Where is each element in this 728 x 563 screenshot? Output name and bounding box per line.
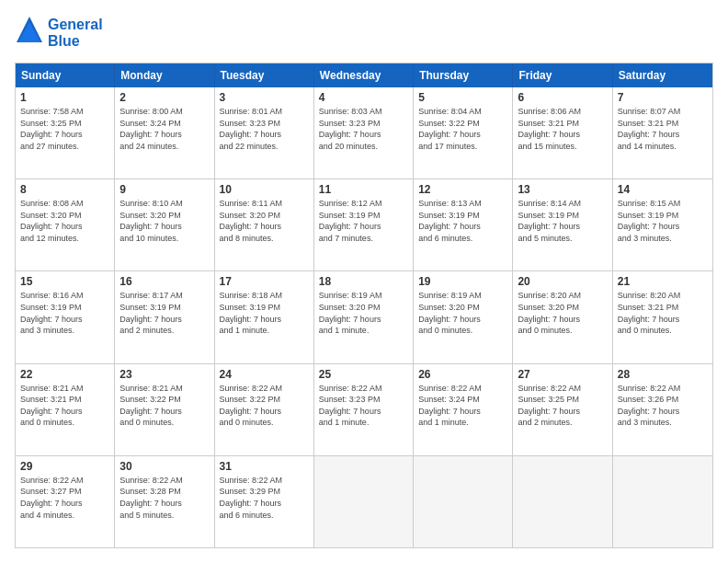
calendar-cell: 28Sunrise: 8:22 AM Sunset: 3:26 PM Dayli… <box>613 364 712 455</box>
calendar-row-3: 15Sunrise: 8:16 AM Sunset: 3:19 PM Dayli… <box>16 271 712 363</box>
header-saturday: Saturday <box>613 63 712 87</box>
cell-info: Sunrise: 8:17 AM Sunset: 3:19 PM Dayligh… <box>119 290 209 336</box>
cell-info: Sunrise: 8:22 AM Sunset: 3:22 PM Dayligh… <box>220 383 309 429</box>
calendar-row-4: 22Sunrise: 8:21 AM Sunset: 3:21 PM Dayli… <box>16 364 712 456</box>
cell-info: Sunrise: 8:22 AM Sunset: 3:25 PM Dayligh… <box>518 383 607 429</box>
calendar-cell: 13Sunrise: 8:14 AM Sunset: 3:19 PM Dayli… <box>513 179 612 270</box>
calendar-cell <box>414 456 513 547</box>
day-number: 7 <box>618 91 708 104</box>
calendar-cell: 4Sunrise: 8:03 AM Sunset: 3:23 PM Daylig… <box>314 87 414 178</box>
day-number: 4 <box>319 91 408 104</box>
calendar-cell: 26Sunrise: 8:22 AM Sunset: 3:24 PM Dayli… <box>414 364 513 455</box>
cell-info: Sunrise: 8:08 AM Sunset: 3:20 PM Dayligh… <box>20 198 109 244</box>
calendar-cell <box>513 456 612 547</box>
header-wednesday: Wednesday <box>314 63 414 87</box>
calendar-cell: 30Sunrise: 8:22 AM Sunset: 3:28 PM Dayli… <box>115 456 214 547</box>
header-monday: Monday <box>115 63 214 87</box>
header-thursday: Thursday <box>414 63 513 87</box>
logo-icon <box>15 15 44 52</box>
cell-info: Sunrise: 8:11 AM Sunset: 3:20 PM Dayligh… <box>220 198 309 244</box>
cell-info: Sunrise: 8:12 AM Sunset: 3:19 PM Dayligh… <box>319 198 408 244</box>
calendar-cell: 5Sunrise: 8:04 AM Sunset: 3:22 PM Daylig… <box>414 87 513 178</box>
calendar-cell: 17Sunrise: 8:18 AM Sunset: 3:19 PM Dayli… <box>215 271 314 362</box>
calendar: Sunday Monday Tuesday Wednesday Thursday… <box>15 63 713 548</box>
day-number: 1 <box>20 91 109 104</box>
calendar-cell <box>314 456 414 547</box>
calendar-cell: 16Sunrise: 8:17 AM Sunset: 3:19 PM Dayli… <box>115 271 214 362</box>
day-number: 8 <box>20 183 109 196</box>
cell-info: Sunrise: 8:19 AM Sunset: 3:20 PM Dayligh… <box>418 290 507 336</box>
calendar-row-2: 8Sunrise: 8:08 AM Sunset: 3:20 PM Daylig… <box>16 179 712 271</box>
day-number: 25 <box>319 368 408 381</box>
cell-info: Sunrise: 8:21 AM Sunset: 3:21 PM Dayligh… <box>20 383 109 429</box>
calendar-cell: 18Sunrise: 8:19 AM Sunset: 3:20 PM Dayli… <box>314 271 414 362</box>
cell-info: Sunrise: 8:00 AM Sunset: 3:24 PM Dayligh… <box>119 106 209 152</box>
calendar-cell: 19Sunrise: 8:19 AM Sunset: 3:20 PM Dayli… <box>414 271 513 362</box>
day-number: 30 <box>119 460 209 473</box>
day-number: 3 <box>220 91 309 104</box>
logo: General Blue <box>15 15 103 52</box>
calendar-cell: 15Sunrise: 8:16 AM Sunset: 3:19 PM Dayli… <box>16 271 115 362</box>
day-number: 2 <box>119 91 209 104</box>
calendar-cell: 24Sunrise: 8:22 AM Sunset: 3:22 PM Dayli… <box>215 364 314 455</box>
cell-info: Sunrise: 8:21 AM Sunset: 3:22 PM Dayligh… <box>119 383 209 429</box>
header: General Blue <box>15 15 713 52</box>
logo-text: General Blue <box>48 17 103 50</box>
calendar-cell: 14Sunrise: 8:15 AM Sunset: 3:19 PM Dayli… <box>613 179 712 270</box>
calendar-cell: 8Sunrise: 8:08 AM Sunset: 3:20 PM Daylig… <box>16 179 115 270</box>
calendar-row-5: 29Sunrise: 8:22 AM Sunset: 3:27 PM Dayli… <box>16 456 712 547</box>
day-number: 22 <box>20 368 109 381</box>
calendar-cell: 25Sunrise: 8:22 AM Sunset: 3:23 PM Dayli… <box>314 364 414 455</box>
calendar-cell: 9Sunrise: 8:10 AM Sunset: 3:20 PM Daylig… <box>115 179 214 270</box>
day-number: 19 <box>418 275 507 288</box>
cell-info: Sunrise: 8:22 AM Sunset: 3:28 PM Dayligh… <box>119 475 209 521</box>
day-number: 16 <box>119 275 209 288</box>
header-tuesday: Tuesday <box>215 63 314 87</box>
day-number: 11 <box>319 183 408 196</box>
cell-info: Sunrise: 8:06 AM Sunset: 3:21 PM Dayligh… <box>518 106 607 152</box>
cell-info: Sunrise: 8:03 AM Sunset: 3:23 PM Dayligh… <box>319 106 408 152</box>
cell-info: Sunrise: 8:15 AM Sunset: 3:19 PM Dayligh… <box>618 198 708 244</box>
header-friday: Friday <box>513 63 612 87</box>
calendar-cell: 27Sunrise: 8:22 AM Sunset: 3:25 PM Dayli… <box>513 364 612 455</box>
day-number: 28 <box>618 368 708 381</box>
calendar-cell: 22Sunrise: 8:21 AM Sunset: 3:21 PM Dayli… <box>16 364 115 455</box>
day-number: 10 <box>220 183 309 196</box>
cell-info: Sunrise: 7:58 AM Sunset: 3:25 PM Dayligh… <box>20 106 109 152</box>
day-number: 29 <box>20 460 109 473</box>
logo-line2: Blue <box>48 33 103 50</box>
cell-info: Sunrise: 8:19 AM Sunset: 3:20 PM Dayligh… <box>319 290 408 336</box>
page: General Blue Sunday Monday Tuesday Wedne… <box>0 0 728 563</box>
calendar-cell: 31Sunrise: 8:22 AM Sunset: 3:29 PM Dayli… <box>215 456 314 547</box>
day-number: 15 <box>20 275 109 288</box>
calendar-row-1: 1Sunrise: 7:58 AM Sunset: 3:25 PM Daylig… <box>16 87 712 179</box>
header-sunday: Sunday <box>16 63 115 87</box>
calendar-cell: 3Sunrise: 8:01 AM Sunset: 3:23 PM Daylig… <box>215 87 314 178</box>
day-number: 26 <box>418 368 507 381</box>
cell-info: Sunrise: 8:20 AM Sunset: 3:21 PM Dayligh… <box>618 290 708 336</box>
day-number: 17 <box>220 275 309 288</box>
day-number: 14 <box>618 183 708 196</box>
day-number: 20 <box>518 275 607 288</box>
calendar-cell: 2Sunrise: 8:00 AM Sunset: 3:24 PM Daylig… <box>115 87 214 178</box>
calendar-cell: 21Sunrise: 8:20 AM Sunset: 3:21 PM Dayli… <box>613 271 712 362</box>
calendar-cell: 1Sunrise: 7:58 AM Sunset: 3:25 PM Daylig… <box>16 87 115 178</box>
calendar-cell: 6Sunrise: 8:06 AM Sunset: 3:21 PM Daylig… <box>513 87 612 178</box>
cell-info: Sunrise: 8:22 AM Sunset: 3:27 PM Dayligh… <box>20 475 109 521</box>
cell-info: Sunrise: 8:20 AM Sunset: 3:20 PM Dayligh… <box>518 290 607 336</box>
cell-info: Sunrise: 8:18 AM Sunset: 3:19 PM Dayligh… <box>220 290 309 336</box>
calendar-body: 1Sunrise: 7:58 AM Sunset: 3:25 PM Daylig… <box>16 87 712 547</box>
cell-info: Sunrise: 8:10 AM Sunset: 3:20 PM Dayligh… <box>119 198 209 244</box>
day-number: 24 <box>220 368 309 381</box>
day-number: 9 <box>119 183 209 196</box>
calendar-cell <box>613 456 712 547</box>
calendar-header: Sunday Monday Tuesday Wednesday Thursday… <box>16 63 712 87</box>
day-number: 21 <box>618 275 708 288</box>
cell-info: Sunrise: 8:16 AM Sunset: 3:19 PM Dayligh… <box>20 290 109 336</box>
day-number: 5 <box>418 91 507 104</box>
logo-line1: General <box>48 17 103 33</box>
day-number: 13 <box>518 183 607 196</box>
calendar-cell: 29Sunrise: 8:22 AM Sunset: 3:27 PM Dayli… <box>16 456 115 547</box>
calendar-cell: 12Sunrise: 8:13 AM Sunset: 3:19 PM Dayli… <box>414 179 513 270</box>
cell-info: Sunrise: 8:14 AM Sunset: 3:19 PM Dayligh… <box>518 198 607 244</box>
